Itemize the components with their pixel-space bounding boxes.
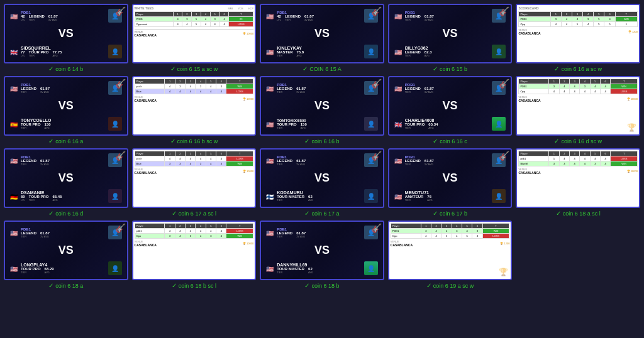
card-13[interactable]: 🇺🇸 PDB1 LEGENDtier 61.873v avg 👤 VS 🇫🇮 K…: [260, 148, 384, 217]
label-text-15: coin 6 18 a sc l: [563, 210, 601, 217]
p2-name-18: DANNYHILL69: [277, 263, 362, 267]
p2-name-11: DSAMANIE: [21, 190, 106, 195]
check-icon-11: ✓: [48, 210, 53, 217]
card-13-image: 🇺🇸 PDB1 LEGENDtier 61.873v avg 👤 VS 🇫🇮 K…: [260, 148, 384, 208]
card-14-label: ✓ coin 6 17 b: [433, 210, 467, 217]
label-text-1: coin 6 14 b: [55, 66, 83, 72]
flag-usa-11: 🇺🇸: [10, 158, 19, 163]
check-icon-10: ✓: [554, 138, 559, 144]
card-11-label: ✓ coin 6 16 d: [48, 210, 83, 217]
check-icon-4: ✓: [433, 65, 438, 72]
flag-usa-16b: 🇺🇸: [10, 266, 19, 271]
flag-gb-9: 🇬🇧: [394, 121, 403, 127]
card-8-image: 🇺🇸 PDB1 LEGENDtier 61.873v avg 👤 VS 🇺🇸 T…: [260, 76, 384, 136]
rocks-icon-9: 🎸: [499, 79, 509, 89]
flag-gb-1: 🇬🇧: [10, 49, 19, 55]
card-5-image: SCORECARD Player 123456T PDB1 344354WIN …: [516, 4, 640, 63]
label-text-4: coin 6 15 b: [440, 66, 467, 72]
label-text-18: coin 6 18 b: [311, 283, 339, 289]
card-5-label: ✓ coin 6 16 a sc w: [554, 65, 602, 72]
card-1-image: 🇺🇸 PDB1 42lvl LEGENDtier 61.873v avg 👤 V…: [4, 4, 128, 63]
card-grid: 🇺🇸 PDB1 42lvl LEGENDtier 61.873v avg 👤 V…: [4, 4, 640, 289]
card-10[interactable]: Player 123456T PDB1 344344WIN Opp 444444…: [516, 76, 640, 144]
card-2[interactable]: WHITE TEES PARYDSHCP Player 123456T PDB1…: [132, 4, 257, 72]
label-text-19: coin 6 19 a sc w: [433, 283, 474, 289]
vs-text-13: VS: [314, 172, 330, 185]
card-18[interactable]: 🇺🇸 PDB1 LEGENDtier 61.873v avg 👤 VS 🇺🇸 D…: [260, 221, 384, 289]
trophy-icon-10: 🏆: [627, 123, 636, 132]
trophy-icon-19: 🏆: [499, 268, 508, 276]
rocks-icon-14: 🎸: [499, 151, 509, 161]
label-text-10: coin 6 16 d sc w: [561, 138, 602, 144]
card-4[interactable]: 🇺🇸 PDB1 LEGENDtier 61.873v avg 👤 VS 🇺🇸 B…: [388, 4, 513, 72]
card-13-label: ✓ coin 6 17 a: [304, 210, 339, 217]
flag-usa-8: 🇺🇸: [266, 85, 275, 91]
card-3[interactable]: 🇺🇸 PDB1 42lvl LEGENDtier 61.873v avg 👤 V…: [260, 4, 384, 72]
card-12[interactable]: Player 123456T p<d> 444444LOSS Blue 3343…: [132, 148, 257, 217]
check-icon-16: ✓: [48, 282, 53, 289]
card-7-image: Player 123456T p<d> 434343WIN Blue 44444…: [132, 76, 257, 136]
card-9-image: 🇺🇸 PDB1 LEGENDtier 61.873v avg 👤 VS 🇬🇧 C…: [388, 76, 513, 136]
check-icon-8: ✓: [304, 138, 309, 144]
card-8-label: ✓ coin 6 16 b: [304, 138, 339, 144]
card-15[interactable]: Player 123456T pdb1 544444LOSS BlueM 334…: [516, 148, 640, 217]
card-8[interactable]: 🇺🇸 PDB1 LEGENDtier 61.873v avg 👤 VS 🇺🇸 T…: [260, 76, 384, 144]
check-icon-19: ✓: [426, 282, 431, 289]
label-text-8: coin 6 16 b: [311, 138, 339, 144]
card-1[interactable]: 🇺🇸 PDB1 42lvl LEGENDtier 61.873v avg 👤 V…: [4, 4, 128, 72]
card-19[interactable]: Player 123456T PDB1 344343WIN Opp 445454…: [388, 221, 513, 289]
vs-text-6: VS: [58, 99, 74, 112]
card-16[interactable]: 🇺🇸 PDB1 LEGENDtier 61.873v avg 👤 VS 🇺🇸 L…: [4, 221, 128, 289]
label-text-7: coin 6 16 b sc w: [177, 138, 218, 144]
rocks-icon-18: 🎸: [371, 223, 382, 233]
card-6-label: ✓ coin 6 16 a: [48, 138, 83, 144]
label-text-17: coin 6 18 b sc l: [179, 283, 216, 289]
label-text-2: coin 6 15 a sc w: [177, 66, 218, 72]
flag-usa-4: 🇺🇸: [394, 13, 403, 19]
card-4-image: 🇺🇸 PDB1 LEGENDtier 61.873v avg 👤 VS 🇺🇸 B…: [388, 4, 513, 63]
flag-usa-18b: 🇺🇸: [266, 266, 275, 271]
check-icon-14: ✓: [433, 210, 438, 217]
flag-usa-3b: 🇺🇸: [266, 49, 275, 55]
vs-text-16: VS: [58, 244, 74, 257]
flag-de-11: 🇩🇪: [10, 194, 19, 199]
card-5[interactable]: SCORECARD Player 123456T PDB1 344354WIN …: [516, 4, 640, 72]
card-7[interactable]: Player 123456T p<d> 434343WIN Blue 44444…: [132, 76, 257, 144]
flag-es-6: 🇪🇸: [10, 121, 19, 127]
card-9[interactable]: 🇺🇸 PDB1 LEGENDtier 61.873v avg 👤 VS 🇬🇧 C…: [388, 76, 513, 144]
rocks-icon-1: 🎸: [115, 6, 126, 16]
card-7-label: ✓ coin 6 16 b sc w: [170, 138, 218, 144]
label-text-9: coin 6 16 c: [440, 138, 467, 144]
card-1-label: ✓ coin 6 14 b: [48, 65, 83, 72]
card-9-label: ✓ coin 6 16 c: [433, 138, 467, 144]
label-text-13: coin 6 17 a: [311, 210, 339, 217]
card-6[interactable]: 🇺🇸 PDB1 LEGENDtier 61.873v avg 👤 VS 🇪🇸 T…: [4, 76, 128, 144]
flag-usa-18: 🇺🇸: [266, 230, 275, 236]
card-4-label: ✓ coin 6 15 b: [433, 65, 467, 72]
card-17[interactable]: Player 123456T pdb1 444444LOSS Opp 34343…: [132, 221, 257, 289]
flag-usa-8b: 🇺🇸: [266, 121, 275, 127]
card-14[interactable]: 🇺🇸 PDB1 LEGENDtier 61.873v avg 👤 VS 🇺🇸 M…: [388, 148, 513, 217]
check-icon-3: ✓: [303, 65, 308, 72]
vs-text-14: VS: [443, 172, 458, 185]
check-icon-15: ✓: [556, 210, 561, 217]
card-19-image: Player 123456T PDB1 344343WIN Opp 445454…: [388, 221, 513, 280]
label-text-5: coin 6 16 a sc w: [561, 66, 602, 72]
rocks-icon-4: 🎸: [499, 6, 509, 16]
rocks-icon-3: 🎸: [371, 6, 382, 16]
label-text-11: coin 6 16 d: [55, 210, 83, 217]
rocks-icon-6: 🎸: [115, 79, 126, 89]
p2-name-6: TONYCOELLO: [21, 118, 106, 123]
vs-text-11: VS: [58, 172, 74, 185]
p2-name-16: LONGPLAY4: [21, 263, 106, 267]
card-11-image: 🇺🇸 PDB1 LEGENDtier 61.873v avg 👤 VS 🇩🇪 D…: [4, 148, 128, 208]
check-icon-18: ✓: [304, 282, 309, 289]
check-icon-1: ✓: [48, 65, 53, 72]
flag-fi-13: 🇫🇮: [266, 194, 275, 199]
check-icon-17: ✓: [172, 282, 177, 289]
card-11[interactable]: 🇺🇸 PDB1 LEGENDtier 61.873v avg 👤 VS 🇩🇪 D…: [4, 148, 128, 217]
vs-text-8: VS: [314, 99, 330, 112]
card-3-image: 🇺🇸 PDB1 42lvl LEGENDtier 61.873v avg 👤 V…: [260, 4, 384, 63]
check-icon-12: ✓: [172, 210, 177, 217]
label-text-14: coin 6 17 b: [440, 210, 467, 217]
